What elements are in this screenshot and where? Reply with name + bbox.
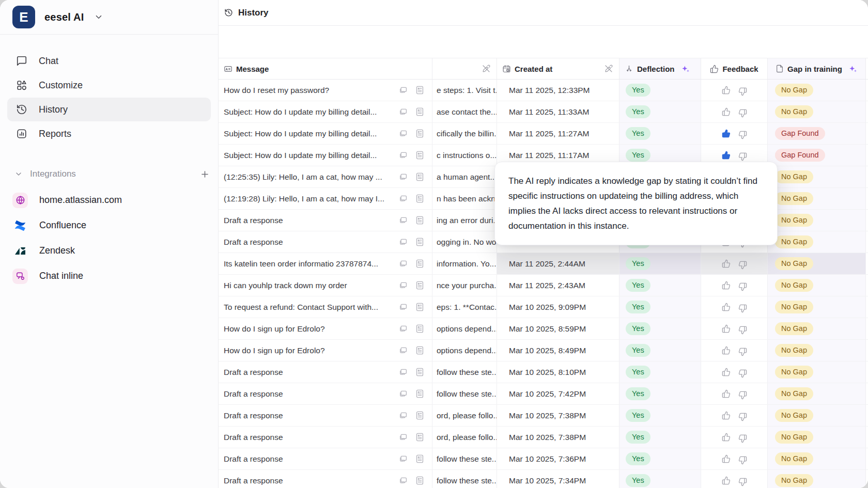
thumbs-up-button[interactable]: [722, 129, 731, 138]
ai-reply-cell[interactable]: cifically the billin...: [432, 123, 497, 144]
sidebar-item-customize[interactable]: Customize: [7, 73, 211, 97]
deflection-cell[interactable]: Yes: [619, 275, 701, 296]
conversation-card-icon[interactable]: [415, 411, 425, 420]
chat-bubbles-icon[interactable]: [398, 172, 408, 182]
chat-bubbles-icon[interactable]: [398, 237, 408, 247]
ai-reply-cell[interactable]: ing an error duri...: [432, 210, 497, 231]
deflection-cell[interactable]: Yes: [619, 405, 701, 426]
message-cell[interactable]: Hi can youhlp track down my order: [219, 275, 432, 296]
conversation-card-icon[interactable]: [415, 454, 425, 464]
message-cell[interactable]: Draft a response: [219, 210, 432, 231]
deflection-cell[interactable]: Yes: [619, 448, 701, 469]
gap-in-training-cell[interactable]: No Gap: [768, 275, 866, 296]
conversation-card-icon[interactable]: [415, 129, 425, 138]
thumbs-down-button[interactable]: [738, 304, 747, 313]
thumbs-up-button[interactable]: [722, 411, 731, 420]
thumbs-up-button[interactable]: [722, 368, 731, 376]
chat-bubbles-icon[interactable]: [398, 302, 408, 312]
message-cell[interactable]: Draft a response: [219, 427, 432, 448]
conversation-card-icon[interactable]: [415, 85, 425, 95]
gap-in-training-cell[interactable]: No Gap: [768, 296, 866, 318]
conversation-card-icon[interactable]: [415, 215, 425, 225]
chat-bubbles-icon[interactable]: [398, 280, 408, 290]
ai-reply-cell[interactable]: n has been ackn...: [432, 188, 497, 209]
thumbs-down-button[interactable]: [738, 131, 747, 139]
gap-in-training-cell[interactable]: Gap Found: [768, 123, 866, 144]
deflection-cell[interactable]: Yes: [619, 361, 701, 383]
gap-in-training-cell[interactable]: No Gap: [768, 231, 866, 253]
chat-bubbles-icon[interactable]: [398, 476, 408, 485]
ai-reply-cell[interactable]: options depend...: [432, 340, 497, 361]
conversation-card-icon[interactable]: [415, 476, 425, 485]
chat-bubbles-icon[interactable]: [398, 389, 408, 399]
message-cell[interactable]: (12:19:28) Lily: Hello, I am a cat, how …: [219, 188, 432, 209]
thumbs-down-button[interactable]: [738, 413, 747, 421]
deflection-cell[interactable]: Yes: [619, 427, 701, 448]
integration-item-confluence[interactable]: Confluence: [7, 213, 211, 238]
created-at-cell[interactable]: Mar 10 2025, 7:38PM: [497, 427, 619, 448]
thumbs-down-button[interactable]: [738, 456, 747, 465]
deflection-cell[interactable]: Yes: [619, 340, 701, 361]
conversation-card-icon[interactable]: [415, 280, 425, 290]
add-integration-button[interactable]: [200, 169, 210, 179]
column-header-gap-in-training[interactable]: Gap in training: [768, 58, 866, 79]
created-at-cell[interactable]: Mar 11 2025, 2:44AM: [497, 253, 619, 274]
message-cell[interactable]: Subject: How do I update my billing deta…: [219, 101, 432, 122]
integration-item-zendesk[interactable]: Zendesk: [7, 238, 211, 263]
deflection-cell[interactable]: Yes: [619, 123, 701, 144]
ai-reply-cell[interactable]: ogging in. No wo...: [432, 231, 497, 253]
conversation-card-icon[interactable]: [415, 237, 425, 247]
thumbs-down-button[interactable]: [738, 369, 747, 378]
chat-bubbles-icon[interactable]: [398, 345, 408, 355]
gap-in-training-cell[interactable]: No Gap: [768, 253, 866, 274]
chat-bubbles-icon[interactable]: [398, 432, 408, 442]
created-at-cell[interactable]: Mar 11 2025, 11:27AM: [497, 123, 619, 144]
ai-reply-cell[interactable]: options depend...: [432, 318, 497, 339]
gap-in-training-cell[interactable]: No Gap: [768, 405, 866, 426]
thumbs-up-button[interactable]: [722, 303, 731, 311]
gap-in-training-cell[interactable]: No Gap: [768, 470, 866, 488]
chat-bubbles-icon[interactable]: [398, 215, 408, 225]
conversation-card-icon[interactable]: [415, 345, 425, 355]
ai-reply-cell[interactable]: follow these ste...: [432, 470, 497, 488]
ai-reply-cell[interactable]: ord, please follo...: [432, 405, 497, 426]
deflection-cell[interactable]: Yes: [619, 80, 701, 101]
chat-bubbles-icon[interactable]: [398, 150, 408, 160]
chat-bubbles-icon[interactable]: [398, 259, 408, 269]
gap-in-training-cell[interactable]: No Gap: [768, 340, 866, 361]
conversation-card-icon[interactable]: [415, 150, 425, 160]
conversation-card-icon[interactable]: [415, 324, 425, 334]
thumbs-up-button[interactable]: [722, 433, 731, 442]
thumbs-up-button[interactable]: [722, 259, 731, 268]
conversation-card-icon[interactable]: [415, 259, 425, 269]
chat-bubbles-icon[interactable]: [398, 324, 408, 334]
message-cell[interactable]: Draft a response: [219, 383, 432, 404]
thumbs-up-button[interactable]: [722, 151, 731, 160]
message-cell[interactable]: Draft a response: [219, 470, 432, 488]
gap-in-training-cell[interactable]: No Gap: [768, 383, 866, 404]
gap-in-training-cell[interactable]: No Gap: [768, 210, 866, 231]
gap-in-training-cell[interactable]: No Gap: [768, 427, 866, 448]
gap-in-training-cell[interactable]: No Gap: [768, 166, 866, 187]
ai-reply-cell[interactable]: follow these ste...: [432, 383, 497, 404]
created-at-cell[interactable]: Mar 11 2025, 12:33PM: [497, 80, 619, 101]
created-at-cell[interactable]: Mar 10 2025, 9:09PM: [497, 296, 619, 318]
created-at-cell[interactable]: Mar 10 2025, 7:42PM: [497, 383, 619, 404]
message-cell[interactable]: Draft a response: [219, 361, 432, 383]
created-at-cell[interactable]: Mar 10 2025, 7:34PM: [497, 470, 619, 488]
ai-reply-cell[interactable]: ord, please follo...: [432, 427, 497, 448]
ai-reply-cell[interactable]: information. Yo...: [432, 253, 497, 274]
message-cell[interactable]: How do I sign up for Edrolo?: [219, 340, 432, 361]
thumbs-up-button[interactable]: [722, 281, 731, 290]
message-cell[interactable]: To request a refund: Contact Support wit…: [219, 296, 432, 318]
message-cell[interactable]: Draft a response: [219, 231, 432, 253]
deflection-cell[interactable]: Yes: [619, 318, 701, 339]
conversation-card-icon[interactable]: [415, 172, 425, 182]
gap-in-training-cell[interactable]: No Gap: [768, 318, 866, 339]
gap-in-training-cell[interactable]: No Gap: [768, 80, 866, 101]
chat-bubbles-icon[interactable]: [398, 194, 408, 203]
created-at-cell[interactable]: Mar 10 2025, 7:36PM: [497, 448, 619, 469]
deflection-cell[interactable]: Yes: [619, 253, 701, 274]
thumbs-down-button[interactable]: [738, 434, 747, 443]
conversation-card-icon[interactable]: [415, 432, 425, 442]
